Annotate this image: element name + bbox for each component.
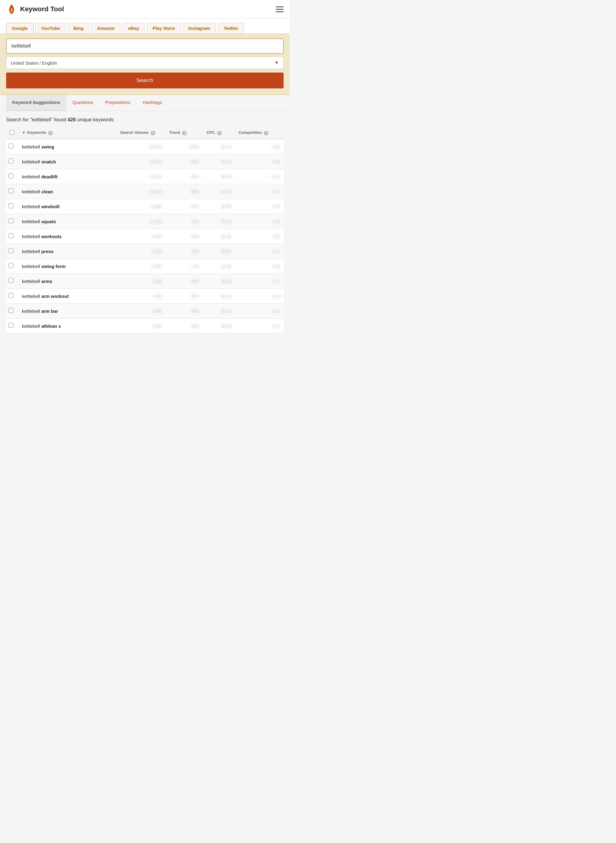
row-checkbox-cell[interactable]: [6, 303, 18, 319]
cell-volume: 33,100: [116, 154, 166, 169]
row-checkbox-cell[interactable]: [6, 169, 18, 184]
keywords-table: ▼ Keywords ? Search Volume ? Trend ? CPC…: [6, 127, 284, 334]
cell-competition: 0.35: [235, 199, 284, 214]
nav-tab-instagram[interactable]: Instagram: [183, 23, 216, 33]
keyword-modifier: swing form: [41, 264, 66, 269]
row-checkbox[interactable]: [9, 218, 13, 223]
row-checkbox-cell[interactable]: [6, 229, 18, 244]
keyword-cell: kettlebell arm workout: [18, 289, 116, 303]
select-all-checkbox[interactable]: [10, 130, 15, 135]
cell-trend: 78%: [166, 244, 203, 259]
nav-tab-bing[interactable]: Bing: [68, 23, 89, 33]
cell-trend: 85%: [166, 169, 203, 184]
flame-icon: [6, 4, 17, 15]
row-checkbox[interactable]: [9, 158, 13, 163]
keywords-help-icon[interactable]: ?: [48, 131, 53, 135]
row-checkbox[interactable]: [9, 188, 13, 193]
row-checkbox-cell[interactable]: [6, 154, 18, 169]
cell-competition: 0.45: [235, 139, 284, 154]
keyword-cell: kettlebell arm bar: [18, 303, 116, 319]
cell-cpc: $0.88: [203, 199, 235, 214]
row-checkbox[interactable]: [9, 308, 13, 313]
keyword-cell: kettlebell athlean x: [18, 319, 116, 334]
table-row: kettlebell deadlift22,20085%$0.950.52: [6, 169, 284, 184]
search-button[interactable]: Search: [6, 73, 284, 88]
results-query: kettlebell: [32, 117, 51, 122]
cell-competition: 0.42: [235, 244, 284, 259]
keyword-base: kettlebell: [22, 249, 41, 254]
row-checkbox[interactable]: [9, 173, 13, 178]
cell-volume: 14,800: [116, 199, 166, 214]
row-checkbox-cell[interactable]: [6, 319, 18, 334]
keyword-cell: kettlebell arms: [18, 274, 116, 289]
keyword-modifier: squats: [41, 219, 56, 224]
volume-help-icon[interactable]: ?: [151, 131, 155, 135]
cell-cpc: $1.30: [203, 229, 235, 244]
row-checkbox-cell[interactable]: [6, 214, 18, 229]
row-checkbox-cell[interactable]: [6, 184, 18, 199]
tab-prepositions[interactable]: Prepositions: [99, 95, 136, 111]
row-checkbox[interactable]: [9, 323, 13, 328]
cell-cpc: $0.92: [203, 244, 235, 259]
header-search-volume: Search Volume ?: [116, 127, 166, 139]
cell-cpc: $0.85: [203, 274, 235, 289]
row-checkbox[interactable]: [9, 278, 13, 283]
tab-questions[interactable]: Questions: [66, 95, 100, 111]
row-checkbox[interactable]: [9, 144, 13, 148]
keyword-modifier: swing: [41, 144, 54, 150]
row-checkbox-cell[interactable]: [6, 274, 18, 289]
row-checkbox[interactable]: [9, 203, 13, 208]
nav-tab-ebay[interactable]: eBay: [122, 23, 145, 33]
tab-hashtags[interactable]: Hashtags: [136, 95, 168, 111]
cell-trend: 90%: [166, 154, 203, 169]
nav-tab-youtube[interactable]: YouTube: [35, 23, 66, 33]
results-count: 426: [68, 117, 76, 122]
keyword-base: kettlebell: [22, 144, 41, 150]
header-keywords-label: Keywords: [28, 130, 46, 135]
locale-selector[interactable]: United States / English ▼: [6, 57, 284, 69]
sort-arrow-icon: ▼: [22, 130, 26, 135]
row-checkbox[interactable]: [9, 248, 13, 253]
row-checkbox-cell[interactable]: [6, 139, 18, 154]
keyword-modifier: snatch: [41, 159, 56, 164]
cell-trend: 80%: [166, 199, 203, 214]
logo-area: Keyword Tool: [6, 4, 64, 15]
nav-tab-twitter[interactable]: Twitter: [218, 23, 244, 33]
row-checkbox[interactable]: [9, 263, 13, 268]
row-checkbox-cell[interactable]: [6, 259, 18, 274]
cell-volume: 2,900: [116, 319, 166, 334]
nav-tab-amazon[interactable]: Amazon: [91, 23, 120, 33]
cell-volume: 3,600: [116, 303, 166, 319]
header-trend-label: Trend: [169, 130, 180, 135]
keyword-base: kettlebell: [22, 324, 41, 329]
keyword-cell: kettlebell windmill: [18, 199, 116, 214]
search-input[interactable]: [7, 39, 283, 53]
row-checkbox-cell[interactable]: [6, 244, 18, 259]
nav-tab-google[interactable]: Google: [6, 23, 34, 33]
keyword-modifier: windmill: [41, 204, 59, 209]
cell-cpc: $1.20: [203, 289, 235, 303]
content-tabs: Keyword Suggestions Questions Prepositio…: [0, 95, 290, 111]
cell-cpc: $1.05: [203, 184, 235, 199]
row-checkbox[interactable]: [9, 233, 13, 238]
row-checkbox-cell[interactable]: [6, 289, 18, 303]
cell-competition: 0.37: [235, 274, 284, 289]
keyword-modifier: clean: [41, 189, 53, 194]
competition-help-icon[interactable]: ?: [264, 131, 268, 135]
cell-trend: 88%: [166, 184, 203, 199]
cpc-help-icon[interactable]: ?: [217, 131, 222, 135]
cell-competition: 0.33: [235, 303, 284, 319]
row-checkbox[interactable]: [9, 293, 13, 298]
keyword-base: kettlebell: [22, 219, 41, 224]
tab-keyword-suggestions[interactable]: Keyword Suggestions: [6, 95, 66, 111]
cell-trend: 60%: [166, 303, 203, 319]
nav-tab-playstore[interactable]: Play Store: [147, 23, 180, 33]
cell-cpc: $1.23: [203, 139, 235, 154]
row-checkbox-cell[interactable]: [6, 199, 18, 214]
keyword-cell: kettlebell swing: [18, 139, 116, 154]
trend-help-icon[interactable]: ?: [182, 131, 187, 135]
cell-cpc: $1.10: [203, 154, 235, 169]
hamburger-menu-button[interactable]: [276, 6, 284, 12]
cell-volume: 22,200: [116, 169, 166, 184]
keyword-cell: kettlebell swing form: [18, 259, 116, 274]
